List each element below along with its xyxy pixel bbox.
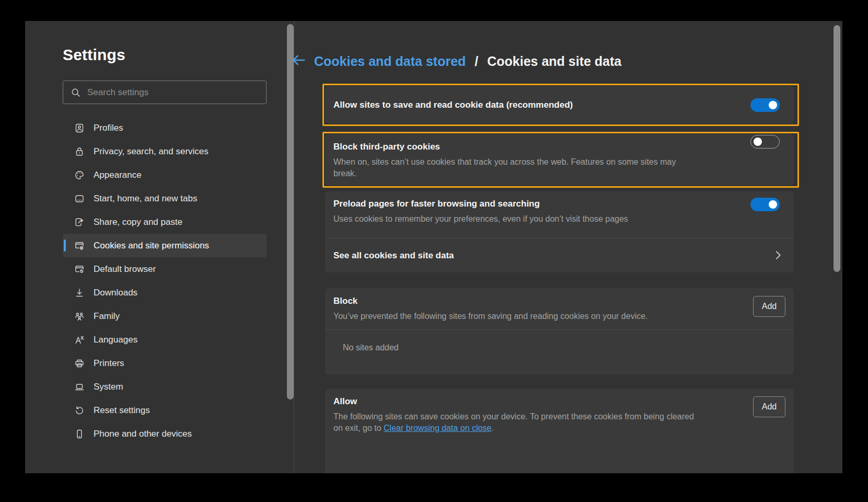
settings-window: Settings Profiles Privacy, search, and s… [25,21,842,473]
sidebar-item-printers[interactable]: Printers [63,351,267,375]
palette-icon [74,170,85,180]
preload-description: Uses cookies to remember your preference… [333,213,785,225]
block-empty-state: No sites added [325,330,794,365]
sidebar-item-label: Cookies and site permissions [94,241,209,251]
sidebar-item-appearance[interactable]: Appearance [63,163,267,187]
sidebar-scrollbar-thumb[interactable] [287,24,294,400]
allow-section-description: The following sites can save cookies on … [333,411,699,434]
sidebar-item-start-home-tabs[interactable]: Start, home, and new tabs [63,187,267,210]
see-all-cookies-row[interactable]: See all cookies and site data [325,238,794,272]
sidebar-item-family[interactable]: Family [63,304,267,328]
sidebar-item-share-copy-paste[interactable]: Share, copy and paste [63,210,267,234]
reset-icon [74,405,85,416]
sidebar-item-label: Reset settings [94,405,150,416]
cookies-permissions-icon [74,241,85,251]
sidebar-item-reset-settings[interactable]: Reset settings [63,398,267,422]
allow-cookies-toggle[interactable] [750,98,780,112]
share-icon [74,217,85,227]
sidebar-item-downloads[interactable]: Downloads [63,281,267,304]
profiles-icon [74,123,85,133]
preload-row: Preload pages for faster browsing and se… [325,191,794,238]
allow-description-suffix: . [491,424,493,432]
allow-cookies-card: Allow sites to save and read cookie data… [325,86,794,123]
sidebar-item-label: Family [94,311,120,322]
new-tab-icon [74,193,85,204]
allow-sites-card: Allow The following sites can save cooki… [325,389,794,473]
sidebar-item-label: Languages [94,335,137,345]
languages-icon [74,335,85,345]
allow-cookies-title: Allow sites to save and read cookie data… [325,100,573,110]
phone-icon [74,429,85,439]
content-scrollbar-thumb[interactable] [834,25,840,272]
sidebar-nav: Profiles Privacy, search, and services A… [63,116,267,446]
default-browser-icon [74,264,85,275]
sidebar-item-label: Downloads [94,288,137,298]
sidebar-item-label: Default browser [94,264,156,275]
preload-toggle[interactable] [750,198,780,211]
sidebar-item-languages[interactable]: Languages [63,328,267,351]
toggle-knob [769,101,777,109]
sidebar-item-label: System [94,382,123,392]
block-third-party-card: Block third-party cookies When on, sites… [325,134,794,185]
printer-icon [74,358,85,369]
see-all-cookies-title: See all cookies and site data [333,250,454,261]
block-third-party-description: When on, sites can’t use cookies that tr… [333,156,699,179]
breadcrumb-parent-link[interactable]: Cookies and data stored [314,54,466,69]
lock-icon [74,146,85,157]
sidebar-item-label: Share, copy and paste [94,217,182,227]
settings-search-box[interactable] [63,81,267,104]
sidebar-item-default-browser[interactable]: Default browser [63,257,267,281]
back-arrow-icon [291,52,306,70]
sidebar-item-label: Phone and other devices [94,429,192,439]
block-sites-card: Block You’ve prevented the following sit… [325,288,794,374]
toggle-knob [769,200,777,209]
search-icon [71,87,81,98]
page-header: Cookies and data stored / Cookies and si… [291,53,621,69]
laptop-icon [74,382,85,392]
sidebar-item-label: Profiles [94,123,123,133]
block-add-button[interactable]: Add [753,296,785,317]
search-input[interactable] [87,87,259,98]
sidebar-item-cookies-site-permissions[interactable]: Cookies and site permissions [63,234,267,257]
block-section-title: Block [333,296,648,306]
sidebar-scrollbar-track [294,21,294,473]
preload-title: Preload pages for faster browsing and se… [333,199,785,209]
toggle-knob [754,138,762,146]
sidebar-item-privacy[interactable]: Privacy, search, and services [63,140,267,163]
preload-see-all-card: Preload pages for faster browsing and se… [325,191,794,272]
sidebar-item-label: Printers [94,358,124,369]
block-third-party-title: Block third-party cookies [333,142,785,152]
allow-section-title: Allow [333,396,699,407]
download-icon [74,288,85,298]
clear-browsing-data-link[interactable]: Clear browsing data on close [384,424,491,432]
settings-page-title: Settings [63,46,125,64]
breadcrumb-separator: / [474,54,478,69]
sidebar-item-label: Privacy, search, and services [94,146,209,157]
block-third-party-toggle[interactable] [750,135,780,149]
allow-add-button[interactable]: Add [753,396,785,417]
chevron-right-icon [772,249,784,261]
sidebar-item-profiles[interactable]: Profiles [63,116,267,140]
sidebar-item-label: Start, home, and new tabs [94,193,197,204]
sidebar-item-label: Appearance [94,170,142,180]
back-button[interactable] [291,53,306,69]
block-section-description: You’ve prevented the following sites fro… [333,311,648,322]
sidebar-item-phone-other-devices[interactable]: Phone and other devices [63,422,267,446]
family-icon [74,311,85,322]
sidebar-item-system[interactable]: System [63,375,267,398]
breadcrumb-current: Cookies and site data [487,54,621,69]
breadcrumb: Cookies and data stored / Cookies and si… [314,54,621,69]
